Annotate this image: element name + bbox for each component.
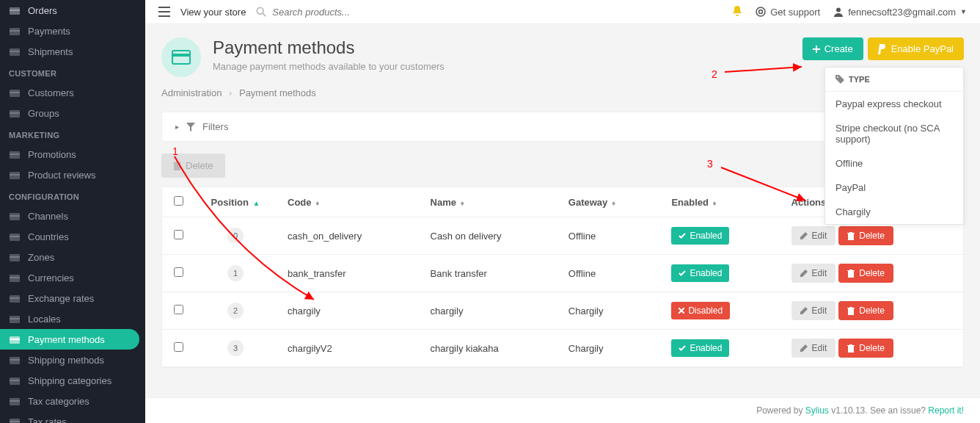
dropdown-item[interactable]: Paypal express checkout [825, 92, 963, 116]
svg-rect-25 [10, 318, 20, 319]
col-gateway[interactable]: Gateway ♦ [557, 187, 660, 217]
archive-icon [9, 107, 21, 119]
delete-button[interactable]: Delete [838, 301, 893, 320]
bulk-delete-label: Delete [186, 160, 213, 171]
sidebar-item-payments[interactable]: Payments [0, 21, 145, 41]
sidebar-item-label: Shipping methods [28, 355, 104, 366]
caret-right-icon: ▸ [175, 123, 179, 131]
svg-rect-3 [10, 30, 20, 32]
col-name[interactable]: Name ♦ [419, 187, 557, 217]
sidebar-item-tax-rates[interactable]: Tax rates [0, 411, 145, 423]
search-input[interactable] [272, 7, 419, 18]
svg-point-38 [257, 7, 264, 14]
delete-button[interactable]: Delete [838, 226, 893, 245]
view-store-link[interactable]: View your store [180, 7, 246, 18]
truck-icon [9, 46, 21, 57]
breadcrumb-separator: › [229, 87, 232, 98]
dropdown-item[interactable]: Stripe checkout (no SCA support) [825, 116, 963, 151]
sidebar-item-label: Locales [28, 314, 61, 325]
sidebar-item-exchange-rates[interactable]: Exchange rates [0, 288, 145, 308]
sidebar-item-label: Customers [28, 87, 74, 98]
sidebar-item-orders[interactable]: Orders [0, 0, 145, 21]
col-position[interactable]: Position ▲ [195, 187, 276, 217]
sort-icon: ♦ [461, 199, 464, 207]
dropdown-header-label: TYPE [849, 75, 870, 84]
select-all-checkbox[interactable] [174, 196, 183, 206]
pencil-icon [800, 344, 808, 352]
user-menu[interactable]: fennecsoft23@gmail.com ▼ [833, 7, 967, 18]
enable-paypal-button[interactable]: Enable PayPal [868, 37, 964, 60]
svg-rect-29 [10, 359, 20, 361]
svg-point-40 [759, 10, 763, 14]
sidebar-item-label: Payments [28, 26, 70, 37]
dropdown-item[interactable]: PayPal [825, 176, 963, 200]
shuffle-icon [9, 210, 21, 222]
status-badge: Enabled [671, 264, 729, 282]
sidebar-item-promotions[interactable]: Promotions [0, 144, 145, 164]
cell-code: cash_on_delivery [276, 217, 419, 255]
cell-name: Bank transfer [419, 255, 557, 292]
page-actions: Create Enable PayPal TYPE Paypal express… [802, 37, 964, 60]
sidebar-item-payment-methods[interactable]: Payment methods [0, 329, 139, 350]
dropdown-item[interactable]: Offline [825, 151, 963, 176]
bulk-delete-button[interactable]: Delete [161, 153, 225, 178]
sidebar-item-shipping-categories[interactable]: Shipping categories [0, 370, 145, 391]
sidebar-item-currencies[interactable]: Currencies [0, 267, 145, 288]
svg-rect-35 [10, 421, 20, 422]
sidebar-item-locales[interactable]: Locales [0, 308, 145, 329]
edit-button[interactable]: Edit [791, 226, 836, 245]
col-enabled[interactable]: Enabled ♦ [659, 187, 779, 217]
footer-link[interactable]: Sylius [805, 405, 829, 416]
col-code[interactable]: Code ♦ [276, 187, 419, 217]
sidebar-item-channels[interactable]: Channels [0, 206, 145, 226]
users-icon [9, 87, 21, 98]
tag-icon [835, 75, 844, 84]
row-checkbox[interactable] [174, 305, 183, 314]
pencil-icon [800, 307, 808, 314]
sidebar-item-countries[interactable]: Countries [0, 226, 145, 247]
sidebar-item-label: Promotions [28, 149, 76, 160]
sidebar-item-tax-categories[interactable]: Tax categories [0, 391, 145, 411]
bell-icon[interactable] [732, 6, 742, 18]
sidebar-item-groups[interactable]: Groups [0, 103, 145, 123]
position-badge: 0 [227, 228, 244, 244]
sidebar-item-customers[interactable]: Customers [0, 82, 145, 103]
search-icon [256, 7, 266, 17]
footer-report-link[interactable]: Report it! [928, 405, 964, 416]
truck-icon [9, 354, 21, 366]
life-ring-icon [756, 7, 766, 17]
create-label: Create [824, 43, 853, 54]
status-icon [679, 345, 686, 351]
sidebar-item-product-reviews[interactable]: Product reviews [0, 164, 145, 185]
create-button[interactable]: Create [802, 37, 863, 60]
row-checkbox[interactable] [174, 342, 183, 352]
get-support-link[interactable]: Get support [756, 7, 820, 18]
breadcrumb-root[interactable]: Administration [161, 87, 222, 98]
edit-button[interactable]: Edit [791, 301, 836, 320]
dropdown-item[interactable]: Chargily [825, 200, 963, 224]
sidebar-item-label: Zones [28, 252, 54, 263]
cart-icon [9, 4, 21, 16]
delete-button[interactable]: Delete [838, 339, 893, 358]
trash-icon [847, 232, 855, 240]
footer-prefix: Powered by [756, 405, 805, 416]
menu-toggle-icon[interactable] [158, 7, 170, 17]
sidebar-item-zones[interactable]: Zones [0, 247, 145, 267]
sidebar-item-shipping-methods[interactable]: Shipping methods [0, 350, 145, 370]
delete-button[interactable]: Delete [838, 264, 893, 283]
footer-version: v1.10.13 [829, 405, 865, 416]
svg-rect-17 [10, 236, 20, 237]
row-checkbox[interactable] [174, 230, 183, 239]
edit-button[interactable]: Edit [791, 264, 836, 283]
edit-button[interactable]: Edit [791, 339, 836, 358]
svg-rect-42 [172, 51, 190, 64]
footer-issue-text: . See an issue? [865, 405, 928, 416]
row-checkbox[interactable] [174, 267, 183, 277]
page-icon [161, 37, 201, 77]
sidebar-item-shipments[interactable]: Shipments [0, 41, 145, 62]
cell-code: chargilyV2 [276, 330, 419, 367]
card-icon [9, 333, 21, 345]
exchange-icon [9, 292, 21, 304]
get-support-label: Get support [770, 7, 820, 18]
sort-icon: ♦ [612, 199, 615, 207]
